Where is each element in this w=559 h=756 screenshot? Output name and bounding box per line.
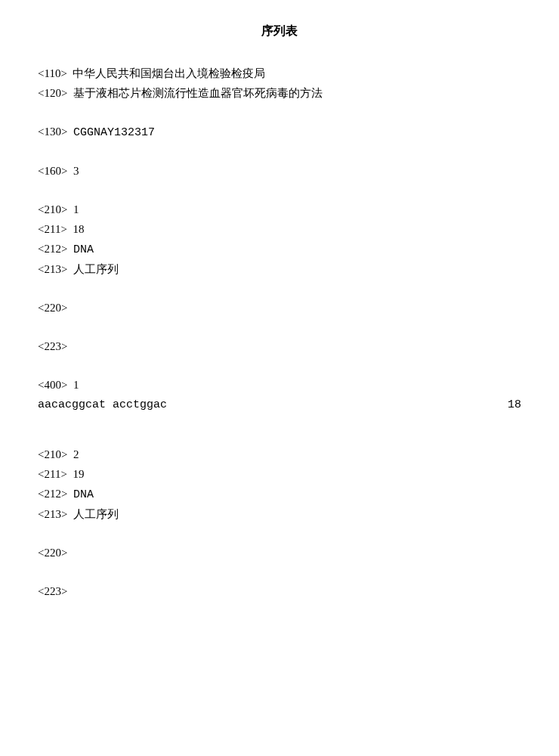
tag-211: <211> [38, 468, 67, 480]
seq1-entry-400: <400> 1 [38, 377, 521, 393]
tag-212: <212> [38, 243, 67, 255]
tag-223: <223> [38, 585, 67, 597]
entry-130: <130> CGGNAY132317 [38, 124, 521, 141]
tag-120: <120> [38, 87, 67, 99]
tag-210: <210> [38, 448, 67, 460]
tag-220: <220> [38, 302, 67, 314]
seq2-entry-211: <211> 19 [38, 466, 521, 482]
entry-160: <160> 3 [38, 163, 521, 179]
tag-220: <220> [38, 547, 67, 559]
tag-223: <223> [38, 340, 67, 352]
tag-130: <130> [38, 125, 67, 138]
seq1-entry-210: <210> 1 [38, 202, 521, 218]
val-211: 18 [73, 223, 84, 235]
seq2-entry-220: <220> [38, 545, 521, 561]
seq1-sequence-line: aacacggcat acctggac 18 [38, 397, 521, 413]
tag-210: <210> [38, 203, 67, 215]
entry-120: <120> 基于液相芯片检测流行性造血器官坏死病毒的方法 [38, 85, 521, 101]
seq1-entry-213: <213> 人工序列 [38, 262, 521, 277]
val-120: 基于液相芯片检测流行性造血器官坏死病毒的方法 [73, 87, 323, 99]
val-212: DNA [73, 243, 94, 256]
seq1-entry-211: <211> 18 [38, 222, 521, 237]
val-211: 19 [73, 468, 84, 480]
val-213: 人工序列 [73, 508, 119, 520]
tag-213: <213> [38, 508, 67, 520]
tag-110: <110> [38, 67, 67, 79]
val-160: 3 [73, 165, 79, 177]
page-title: 序列表 [38, 23, 521, 39]
tag-160: <160> [38, 165, 67, 177]
tag-211: <211> [38, 223, 67, 235]
seq1-length: 18 [508, 397, 521, 413]
seq1-sequence: aacacggcat acctggac [38, 397, 167, 413]
seq1-entry-223: <223> [38, 339, 521, 355]
val-110: 中华人民共和国烟台出入境检验检疫局 [73, 67, 265, 79]
val-210: 1 [73, 203, 79, 215]
seq2-entry-223: <223> [38, 584, 521, 600]
tag-400: <400> [38, 379, 67, 391]
tag-212: <212> [38, 488, 67, 500]
seq1-entry-212: <212> DNA [38, 241, 521, 258]
val-210: 2 [73, 448, 79, 460]
seq2-entry-213: <213> 人工序列 [38, 507, 521, 522]
seq2-entry-212: <212> DNA [38, 486, 521, 503]
val-213: 人工序列 [73, 263, 119, 275]
val-212: DNA [73, 488, 94, 501]
tag-213: <213> [38, 263, 67, 275]
entry-110: <110> 中华人民共和国烟台出入境检验检疫局 [38, 66, 521, 82]
seq1-entry-220: <220> [38, 300, 521, 316]
seq2-entry-210: <210> 2 [38, 447, 521, 463]
val-400: 1 [73, 379, 79, 391]
val-130: CGGNAY132317 [73, 126, 155, 139]
